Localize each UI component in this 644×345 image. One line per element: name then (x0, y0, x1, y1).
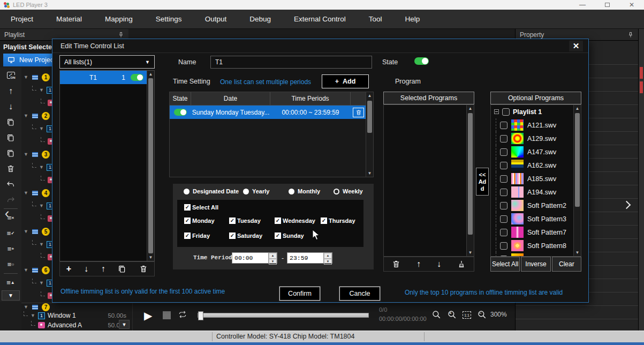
list-filter-dropdown[interactable]: All lists(1) ▼ (59, 55, 155, 69)
scrollbar-thumb[interactable] (148, 78, 153, 253)
checkbox[interactable] (500, 135, 507, 142)
confirm-button[interactable]: Confirm (279, 287, 320, 301)
checkbox[interactable] (500, 229, 507, 236)
scroll-up-icon[interactable]: ▲ (147, 71, 154, 78)
scroll-down-icon[interactable]: ▼ (574, 249, 581, 256)
undo-button[interactable] (1, 176, 20, 192)
list-add-button[interactable]: ≡+ (1, 241, 20, 257)
program-item[interactable]: A147.swv (491, 145, 581, 159)
menu-external-control[interactable]: External Control (294, 15, 369, 23)
program-item[interactable]: Soft Pattern3 (491, 212, 581, 226)
expand-icon[interactable]: ▼ (39, 164, 44, 170)
checkbox[interactable] (500, 175, 507, 183)
delete-button[interactable] (1, 161, 20, 176)
cancel-button[interactable]: Cancle (339, 287, 380, 301)
scrollbar-thumb[interactable] (468, 113, 473, 235)
start-time-spinner[interactable]: 00:00 ▲▼ (232, 252, 277, 264)
program-item[interactable]: A162.swv (491, 159, 581, 172)
scroll-up-icon[interactable]: ▲ (366, 92, 373, 99)
add-period-button[interactable]: + Add (322, 74, 369, 88)
checkbox[interactable] (500, 122, 507, 129)
move-down-button[interactable]: ↓ (84, 265, 88, 273)
inverse-button[interactable]: Inverse (521, 257, 550, 272)
move-down-button[interactable]: ↓ (1, 99, 20, 114)
period-state-toggle[interactable] (174, 109, 187, 116)
expand-icon[interactable]: ▼ (24, 113, 28, 118)
enable-on-button[interactable]: ✓ (1, 68, 20, 83)
collapse-panel-icon[interactable]: ‹ (0, 208, 14, 219)
checkbox[interactable] (500, 189, 507, 196)
expand-icon[interactable]: ▼ (39, 242, 44, 247)
program-item[interactable]: Soft Pattern7 (491, 226, 581, 239)
table-row[interactable]: Sunday Monday Tuesday... 00:00:00 ~ 23:5… (170, 106, 373, 119)
list-view-button[interactable]: ≡○ (1, 257, 20, 272)
program-item[interactable]: Soft Pattern8 (491, 239, 581, 252)
select-all-checkbox[interactable]: ✓ Select All (184, 204, 218, 211)
expand-icon[interactable]: ▼ (31, 313, 35, 318)
stop-button[interactable] (163, 311, 171, 319)
scroll-down-icon[interactable]: ▼ (366, 170, 373, 177)
loop-icon[interactable] (178, 310, 187, 319)
list-check-button[interactable]: ≡✓ (1, 226, 20, 241)
expand-icon[interactable]: ▼ (24, 74, 28, 80)
radio-monthly[interactable]: Monthly (289, 188, 320, 194)
scrollbar[interactable]: ▲ ▼ (466, 105, 474, 256)
checkbox[interactable] (500, 202, 507, 209)
expand-icon[interactable]: ▼ (24, 152, 28, 157)
delete-period-icon[interactable] (353, 108, 364, 117)
checkbox[interactable] (500, 215, 507, 223)
paste-alt-button[interactable] (1, 145, 20, 161)
menu-material[interactable]: Material (56, 15, 105, 23)
delete-button[interactable] (139, 265, 148, 273)
menu-output[interactable]: Output (205, 15, 250, 23)
menu-help[interactable]: Help (405, 15, 443, 23)
scroll-down-icon[interactable]: ▼ (147, 254, 154, 261)
radio-weekly[interactable]: Weekly (334, 188, 363, 194)
scrollbar[interactable]: ▲ ▼ (147, 71, 154, 261)
paste-button[interactable] (1, 130, 20, 145)
minimize-button[interactable]: — (570, 0, 595, 10)
program-item[interactable]: A121.swv (491, 118, 581, 132)
scrollbar-thumb[interactable] (367, 101, 372, 133)
maximize-button[interactable] (595, 0, 619, 10)
pin-icon[interactable] (118, 32, 124, 38)
add-selected-button[interactable]: << Ad d (476, 168, 489, 196)
radio-designated-date[interactable]: Designated Date (184, 188, 239, 194)
expand-icon[interactable]: ▼ (24, 267, 28, 273)
end-time-spinner[interactable]: 23:59 ▲▼ (287, 252, 332, 264)
name-input[interactable]: T1 (210, 56, 372, 69)
menu-settings[interactable]: Settings (156, 15, 205, 23)
time-list-row[interactable]: T1 1 (60, 71, 154, 84)
checkbox-sunday[interactable]: ✓ Sunday (275, 232, 304, 239)
scrollbar-thumb[interactable] (575, 113, 580, 207)
play-button[interactable]: ▶ (144, 310, 152, 321)
copy-button[interactable] (1, 114, 20, 130)
collapse-node-icon[interactable] (494, 109, 499, 114)
menu-tool[interactable]: Tool (369, 15, 405, 23)
zoom-in-icon[interactable]: + (447, 310, 457, 319)
scroll-up-icon[interactable]: ▲ (467, 105, 474, 112)
advanced-row[interactable]: Advanced A 50.00s (21, 320, 134, 330)
list-top-button[interactable]: ≡▲ (1, 275, 20, 290)
zoom-fit-icon[interactable] (431, 310, 441, 319)
checkbox-friday[interactable]: ✓ Friday (184, 232, 210, 239)
close-button[interactable]: ✕ (619, 0, 644, 10)
spin-up-icon[interactable]: ▲ (324, 253, 332, 259)
seek-slider[interactable] (198, 313, 369, 318)
checkbox-wednesday[interactable]: ✓ Wednesday (275, 218, 315, 224)
menu-debug[interactable]: Debug (249, 15, 294, 23)
program-item[interactable]: A185.swv (491, 172, 581, 185)
menu-mapping[interactable]: Mapping (105, 15, 156, 23)
zoom-actual-icon[interactable]: 1:1 (463, 311, 471, 319)
playlist-scroll-down-button[interactable]: ▼ (119, 320, 130, 329)
select-all-button[interactable]: Select All (490, 257, 520, 272)
menu-project[interactable]: Project (11, 15, 56, 23)
checkbox-tuesday[interactable]: ✓ Tuesday (229, 218, 261, 224)
expand-icon[interactable]: ▼ (24, 190, 28, 196)
move-down-button[interactable]: ↓ (437, 260, 441, 268)
state-toggle[interactable] (414, 57, 429, 65)
expand-icon[interactable]: ▼ (39, 203, 44, 208)
expand-icon[interactable]: ▼ (24, 304, 28, 310)
scrollbar[interactable]: ▲ ▼ (366, 92, 373, 177)
checkbox[interactable] (500, 148, 507, 156)
